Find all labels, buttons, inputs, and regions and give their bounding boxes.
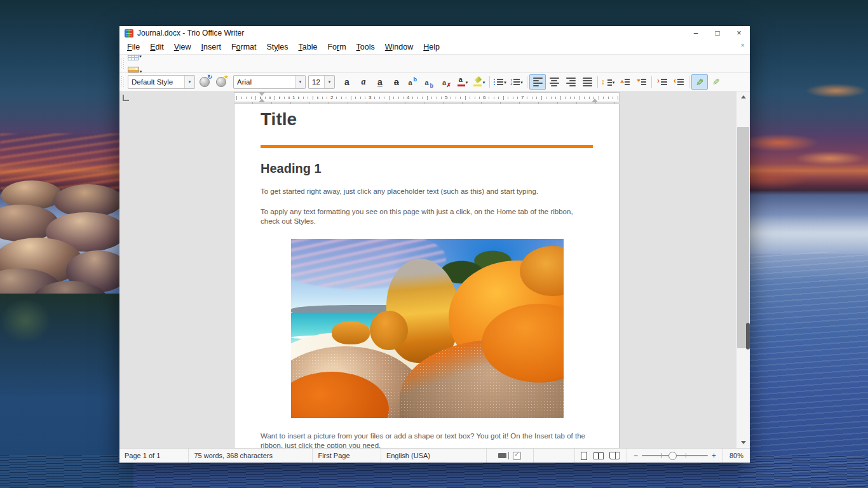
- bold-button[interactable]: a: [339, 74, 355, 90]
- app-icon: [125, 29, 133, 37]
- document-modified-icon[interactable]: [513, 452, 521, 460]
- tab-stop-selector[interactable]: [123, 95, 129, 101]
- new-style-button[interactable]: [213, 74, 229, 90]
- clear-direct-formatting-button[interactable]: [438, 74, 454, 90]
- book-view-icon[interactable]: [609, 452, 620, 459]
- font-size-value: 12: [309, 78, 324, 86]
- selection-mode-icon[interactable]: [498, 453, 506, 458]
- zoom-slider[interactable]: [642, 455, 708, 456]
- title-accent-rule[interactable]: [261, 145, 593, 148]
- dropdown-caret-icon: ▾: [613, 80, 615, 85]
- paragraph-style-combo[interactable]: Default Style ▾: [128, 75, 195, 89]
- window-edge-scroll-thumb[interactable]: [746, 323, 750, 349]
- clone-formatting-pen-button[interactable]: ✎: [691, 74, 708, 90]
- increase-indent-button[interactable]: [654, 74, 670, 90]
- superscript-icon: [409, 78, 418, 86]
- single-page-view-icon[interactable]: [581, 452, 587, 460]
- increase-indent-icon: [657, 78, 667, 86]
- font-name-value: Arial: [234, 78, 295, 86]
- superscript-button[interactable]: [405, 74, 421, 90]
- right-indent-marker[interactable]: [592, 95, 598, 102]
- view-layout-buttons: [575, 449, 627, 463]
- zoom-out-icon[interactable]: −: [634, 452, 638, 459]
- document-paragraph[interactable]: To apply any text formatting you see on …: [261, 207, 593, 226]
- vertical-scrollbar[interactable]: [736, 92, 750, 448]
- menu-window[interactable]: Window: [380, 41, 418, 53]
- menu-insert[interactable]: Insert: [196, 41, 226, 53]
- document-close-icon[interactable]: ×: [741, 41, 745, 49]
- toolbar-grip[interactable]: [121, 76, 125, 88]
- zoom-in-icon[interactable]: +: [712, 452, 716, 459]
- menu-styles[interactable]: Styles: [261, 41, 293, 53]
- left-indent-marker[interactable]: [259, 95, 265, 102]
- horizontal-ruler[interactable]: 1234567: [234, 92, 620, 102]
- zoom-percentage[interactable]: 80%: [723, 452, 750, 459]
- status-bar: Page 1 of 1 75 words, 368 characters Fir…: [119, 448, 750, 463]
- italic-button[interactable]: a: [355, 74, 372, 90]
- menu-form[interactable]: Form: [322, 41, 351, 53]
- line-spacing-button[interactable]: ▾: [600, 74, 616, 90]
- document-title-text[interactable]: Title: [261, 109, 593, 130]
- repeat-formatting-pen-button[interactable]: ✎: [708, 74, 724, 90]
- ordered-list-button[interactable]: ▾: [508, 74, 525, 90]
- decrease-indent-button[interactable]: [670, 74, 687, 90]
- multi-page-view-icon[interactable]: [593, 452, 603, 459]
- title-bar[interactable]: Journal.docx - Trio Office Writer – □ ×: [119, 26, 750, 40]
- font-color-button[interactable]: ▾: [454, 74, 471, 90]
- subscript-icon: [425, 78, 435, 86]
- document-paragraph[interactable]: Want to insert a picture from your files…: [261, 431, 593, 448]
- document-page[interactable]: Title Heading 1 To get started right awa…: [234, 104, 620, 448]
- insert-table-icon: [128, 55, 139, 60]
- status-page-number[interactable]: Page 1 of 1: [119, 449, 189, 463]
- document-heading-text[interactable]: Heading 1: [261, 161, 593, 176]
- increase-paragraph-spacing-button[interactable]: [616, 74, 633, 90]
- decrease-paragraph-spacing-button[interactable]: [633, 74, 649, 90]
- bold-icon: a: [344, 78, 349, 86]
- align-left-button[interactable]: [529, 74, 546, 90]
- menu-view[interactable]: View: [169, 41, 196, 53]
- align-right-button[interactable]: [562, 74, 579, 90]
- strikethrough-button[interactable]: a: [388, 74, 405, 90]
- font-name-combo[interactable]: Arial ▾: [233, 75, 306, 89]
- document-photo[interactable]: [291, 239, 564, 418]
- standard-toolbar-buttons: ▾▾▾◁✂▾↶▾↷▾¶▾▾T#▾Ω▾∞▾: [126, 55, 143, 73]
- scroll-up-icon[interactable]: [736, 92, 750, 102]
- menu-table[interactable]: Table: [294, 41, 323, 53]
- scroll-down-icon[interactable]: [736, 437, 750, 448]
- font-size-combo[interactable]: 12 ▾: [308, 75, 335, 89]
- highlighting-color-button[interactable]: ▾: [471, 74, 487, 90]
- align-center-icon: [550, 78, 559, 86]
- align-center-button[interactable]: [546, 74, 562, 90]
- ruler-number: 4: [405, 95, 410, 100]
- status-page-style[interactable]: First Page: [313, 449, 381, 463]
- status-word-count[interactable]: 75 words, 368 characters: [189, 449, 313, 463]
- status-language[interactable]: English (USA): [381, 449, 487, 463]
- ordered-list-icon: [510, 78, 520, 86]
- menu-file[interactable]: File: [122, 41, 145, 53]
- maximize-button[interactable]: □: [707, 26, 728, 40]
- chevron-down-icon[interactable]: ▾: [324, 76, 334, 88]
- menu-edit[interactable]: Edit: [145, 41, 169, 53]
- menu-tools[interactable]: Tools: [351, 41, 380, 53]
- zoom-slider-thumb[interactable]: [668, 452, 677, 460]
- underline-icon: a: [377, 78, 383, 86]
- document-paragraph[interactable]: To get started right away, just click an…: [261, 187, 593, 196]
- toolbar-grip[interactable]: [121, 58, 125, 69]
- chevron-down-icon[interactable]: ▾: [184, 76, 194, 88]
- water-light-band: [741, 215, 868, 254]
- unordered-list-button[interactable]: ▾: [492, 74, 508, 90]
- menu-format[interactable]: Format: [226, 41, 262, 53]
- insert-table-button[interactable]: ▾: [126, 55, 143, 64]
- minimize-button[interactable]: –: [685, 26, 707, 40]
- chevron-down-icon[interactable]: ▾: [295, 76, 305, 88]
- underline-button[interactable]: a: [372, 74, 388, 90]
- update-style-button[interactable]: [196, 74, 213, 90]
- menu-help[interactable]: Help: [418, 41, 445, 53]
- scrollbar-thumb[interactable]: [737, 127, 749, 348]
- decrease-indent-icon: [674, 78, 684, 86]
- justify-button[interactable]: [579, 74, 595, 90]
- dropdown-caret-icon: ▾: [466, 80, 468, 85]
- insert-image-button[interactable]: ▾: [126, 64, 143, 73]
- subscript-button[interactable]: [421, 74, 438, 90]
- close-button[interactable]: ×: [728, 26, 750, 40]
